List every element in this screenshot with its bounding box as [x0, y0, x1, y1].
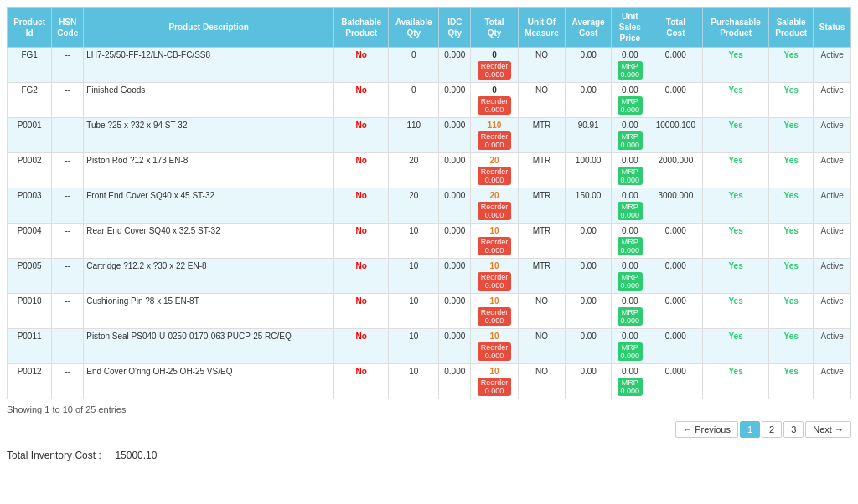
cell-desc: Piston Rod ?12 x 173 EN-8 — [84, 153, 334, 188]
cell-total-cost: 0.000 — [649, 294, 702, 329]
cell-purchasable: Yes — [703, 294, 769, 329]
cell-unit-sales: 0.00 MRP0.000 — [612, 294, 649, 329]
cell-total-cost: 0.000 — [649, 329, 702, 364]
cell-available: 0 — [389, 48, 439, 83]
cell-avg-cost: 100.00 — [566, 153, 612, 188]
cell-total-qty: 20 Reorder0.000 — [471, 153, 518, 188]
cell-batchable: No — [334, 259, 389, 294]
cell-salable: Yes — [769, 364, 814, 399]
main-container: ProductId HSNCode Product Description Ba… — [0, 0, 858, 468]
cell-hsn: -- — [52, 188, 84, 224]
col-total-qty: TotalQty — [471, 8, 518, 48]
cell-salable: Yes — [769, 48, 814, 83]
cell-batchable: No — [334, 224, 389, 259]
mrp-badge: MRP0.000 — [618, 378, 644, 396]
cell-available: 20 — [389, 188, 439, 224]
cell-available: 10 — [389, 224, 439, 259]
cell-purchasable: Yes — [703, 153, 769, 188]
cell-unit-sales: 0.00 MRP0.000 — [612, 48, 649, 83]
page-2-button[interactable]: 2 — [762, 421, 782, 438]
cell-status: Active — [814, 364, 851, 399]
col-hsn-code: HSNCode — [52, 8, 84, 48]
cell-idc: 0.000 — [439, 83, 471, 118]
reorder-badge: Reorder0.000 — [478, 237, 512, 255]
cell-salable: Yes — [769, 224, 814, 259]
cell-purchasable: Yes — [703, 364, 769, 399]
table-header-row: ProductId HSNCode Product Description Ba… — [8, 8, 851, 48]
reorder-badge: Reorder0.000 — [478, 131, 512, 150]
cell-avg-cost: 0.00 — [566, 83, 612, 118]
cell-purchasable: Yes — [703, 48, 769, 83]
cell-status: Active — [814, 224, 851, 259]
cell-salable: Yes — [769, 188, 814, 224]
cell-status: Active — [814, 83, 851, 118]
col-available-qty: AvailableQty — [389, 8, 439, 48]
cell-total-qty: 10 Reorder0.000 — [471, 364, 518, 399]
cell-unit-sales: 0.00 MRP0.000 — [612, 83, 649, 118]
cell-idc: 0.000 — [439, 259, 471, 294]
cell-available: 10 — [389, 294, 439, 329]
inventory-table: ProductId HSNCode Product Description Ba… — [7, 7, 851, 399]
cell-unit-sales: 0.00 MRP0.000 — [612, 188, 649, 224]
cell-desc: Tube ?25 x ?32 x 94 ST-32 — [84, 118, 334, 153]
cell-total-cost: 0.000 — [649, 83, 702, 118]
cell-desc: Finished Goods — [84, 83, 334, 118]
page-1-button[interactable]: 1 — [740, 421, 760, 438]
cell-product-id: P0002 — [8, 153, 52, 188]
cell-avg-cost: 0.00 — [566, 48, 612, 83]
total-inventory-cost-row: Total Inventory Cost : 15000.10 — [7, 450, 851, 461]
mrp-badge: MRP0.000 — [618, 272, 644, 291]
col-batchable: BatchableProduct — [334, 8, 389, 48]
page-3-button[interactable]: 3 — [783, 421, 804, 438]
cell-desc: Rear End Cover SQ40 x 32.5 ST-32 — [84, 224, 334, 259]
cell-total-cost: 3000.000 — [649, 188, 702, 224]
cell-hsn: -- — [52, 118, 84, 153]
cell-total-qty: 10 Reorder0.000 — [471, 294, 518, 329]
reorder-badge: Reorder0.000 — [478, 342, 512, 361]
showing-entries-text: Showing 1 to 10 of 25 entries — [7, 404, 851, 414]
cell-desc: Piston Seal PS040-U-0250-0170-063 PUCP-2… — [84, 329, 334, 364]
cell-idc: 0.000 — [439, 188, 471, 224]
cell-uom: MTR — [518, 153, 566, 188]
cell-avg-cost: 0.00 — [566, 329, 612, 364]
cell-available: 10 — [389, 364, 439, 399]
cell-status: Active — [814, 188, 851, 224]
cell-uom: MTR — [518, 224, 566, 259]
cell-hsn: -- — [52, 329, 84, 364]
cell-salable: Yes — [769, 294, 814, 329]
cell-batchable: No — [334, 329, 389, 364]
table-row: P0011 -- Piston Seal PS040-U-0250-0170-0… — [8, 329, 851, 364]
cell-avg-cost: 0.00 — [566, 224, 612, 259]
cell-unit-sales: 0.00 MRP0.000 — [612, 224, 649, 259]
cell-uom: MTR — [518, 188, 566, 224]
cell-unit-sales: 0.00 MRP0.000 — [612, 153, 649, 188]
mrp-badge: MRP0.000 — [618, 237, 644, 255]
table-row: FG2 -- Finished Goods No 0 0.000 0 Reord… — [8, 83, 851, 118]
cell-status: Active — [814, 153, 851, 188]
mrp-badge: MRP0.000 — [618, 307, 644, 326]
next-button[interactable]: Next → — [805, 421, 851, 438]
cell-avg-cost: 0.00 — [566, 259, 612, 294]
table-row: P0010 -- Cushioning Pin ?8 x 15 EN-8T No… — [8, 294, 851, 329]
cell-purchasable: Yes — [703, 118, 769, 153]
col-salable: SalableProduct — [769, 8, 814, 48]
cell-uom: NO — [518, 83, 566, 118]
cell-salable: Yes — [769, 153, 814, 188]
cell-desc: Cartridge ?12.2 x ?30 x 22 EN-8 — [84, 259, 334, 294]
cell-hsn: -- — [52, 224, 84, 259]
cell-status: Active — [814, 329, 851, 364]
cell-product-id: P0004 — [8, 224, 52, 259]
reorder-badge: Reorder0.000 — [478, 61, 512, 80]
col-product-id: ProductId — [8, 8, 52, 48]
cell-idc: 0.000 — [439, 118, 471, 153]
col-avg-cost: AverageCost — [566, 8, 612, 48]
cell-product-id: P0005 — [8, 259, 52, 294]
cell-product-id: FG2 — [8, 83, 52, 118]
cell-idc: 0.000 — [439, 153, 471, 188]
previous-button[interactable]: ← Previous — [675, 421, 738, 438]
cell-total-cost: 0.000 — [649, 224, 702, 259]
cell-total-cost: 0.000 — [649, 364, 702, 399]
cell-total-qty: 0 Reorder0.000 — [471, 48, 518, 83]
cell-product-id: P0001 — [8, 118, 52, 153]
cell-salable: Yes — [769, 83, 814, 118]
